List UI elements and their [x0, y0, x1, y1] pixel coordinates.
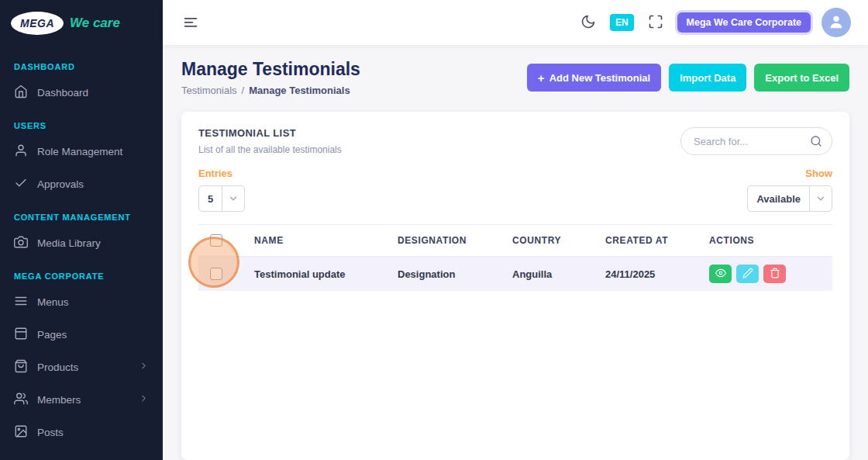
breadcrumb-current: Manage Testimonials	[249, 85, 350, 96]
card-header-left: TESTIMONIAL LIST List of all the availab…	[198, 127, 342, 155]
cell-actions	[701, 257, 832, 292]
plus-icon: +	[538, 71, 545, 85]
sidebar-item-pages[interactable]: Pages	[0, 318, 163, 351]
sidebar-item-role-management[interactable]: Role Management	[0, 135, 163, 168]
brand-logo[interactable]: MEGA We care	[0, 0, 163, 47]
export-to-excel-button[interactable]: Export to Excel	[754, 64, 849, 92]
camera-icon	[14, 235, 28, 251]
row-checkbox[interactable]	[210, 268, 222, 280]
fullscreen-icon	[648, 14, 663, 32]
topbar: EN Mega We Care Corporate	[163, 0, 868, 45]
delete-button[interactable]	[763, 265, 786, 283]
menu-toggle-button[interactable]	[180, 11, 202, 35]
select-all-header	[198, 225, 246, 257]
sidebar-item-label: Posts	[37, 427, 64, 438]
sidebar-item-menus[interactable]: Menus	[0, 285, 163, 318]
column-header-created-at: CREATED AT	[598, 225, 701, 257]
select-all-checkbox[interactable]	[210, 234, 222, 247]
table-filters: Entries 5 Show Available	[198, 168, 832, 212]
page-header: Manage Testimonials Testimonials / Manag…	[181, 59, 849, 96]
sidebar: MEGA We care DASHBOARD Dashboard USERS R…	[0, 0, 163, 460]
testimonial-list-card: TESTIMONIAL LIST List of all the availab…	[181, 112, 849, 460]
sidebar-item-label: Products	[37, 361, 78, 373]
nav-section-mega-corporate: MEGA CORPORATE	[0, 259, 163, 285]
column-header-country: COUNTRY	[505, 225, 598, 257]
entries-select[interactable]: 5	[198, 185, 245, 212]
language-badge[interactable]: EN	[610, 14, 634, 31]
logo-text: MEGA	[20, 17, 54, 29]
view-button[interactable]	[709, 265, 732, 283]
eye-icon	[715, 268, 726, 281]
breadcrumb: Testimonials / Manage Testimonials	[181, 85, 360, 96]
show-value: Available	[748, 193, 809, 205]
list-icon	[14, 294, 28, 310]
sidebar-item-approvals[interactable]: Approvals	[0, 168, 163, 200]
column-header-designation: DESIGNATION	[390, 225, 505, 257]
layout-icon	[14, 327, 28, 343]
user-icon	[14, 144, 28, 160]
show-filter: Show Available	[747, 168, 832, 212]
column-header-actions: ACTIONS	[701, 225, 832, 257]
sidebar-item-label: Members	[37, 394, 81, 406]
fullscreen-button[interactable]	[645, 11, 666, 35]
testimonials-table: NAME DESIGNATION COUNTRY CREATED AT ACTI…	[198, 224, 832, 291]
check-icon	[14, 176, 28, 192]
sidebar-item-media-library[interactable]: Media Library	[0, 227, 163, 259]
add-button-label: Add New Testimonial	[549, 72, 651, 84]
card-header: TESTIMONIAL LIST List of all the availab…	[198, 127, 832, 155]
mega-logo-oval: MEGA	[11, 12, 64, 35]
sidebar-item-label: Menus	[37, 296, 69, 308]
topbar-right: EN Mega We Care Corporate	[577, 8, 851, 37]
breadcrumb-separator: /	[242, 85, 245, 96]
sidebar-item-label: Media Library	[37, 237, 101, 249]
sidebar-item-members[interactable]: Members	[0, 383, 163, 416]
chevron-right-icon	[139, 361, 149, 373]
menu-icon	[183, 14, 198, 32]
avatar[interactable]	[822, 8, 851, 37]
cell-name: Testimonial update	[246, 257, 390, 292]
content: Manage Testimonials Testimonials / Manag…	[163, 45, 868, 460]
logo-tagline: We care	[70, 16, 120, 31]
home-icon	[14, 85, 28, 101]
chevron-down-icon	[222, 193, 244, 204]
sidebar-item-products[interactable]: Products	[0, 351, 163, 383]
import-data-button[interactable]: Import Data	[669, 64, 746, 92]
table-row: Testimonial update Designation Anguilla …	[198, 257, 832, 292]
user-avatar-icon	[828, 13, 845, 33]
sidebar-item-label: Approvals	[37, 178, 84, 190]
shopping-bag-icon	[14, 359, 28, 375]
page-title: Manage Testimonials	[181, 59, 360, 80]
pencil-icon	[742, 268, 753, 281]
card-title: TESTIMONIAL LIST	[198, 127, 342, 139]
users-icon	[14, 392, 28, 408]
org-selector-button[interactable]: Mega We Care Corporate	[677, 12, 811, 33]
entries-filter: Entries 5	[198, 168, 245, 212]
nav-section-users: USERS	[0, 109, 163, 135]
column-header-name: NAME	[246, 225, 390, 257]
image-icon	[14, 424, 28, 441]
table-header-row: NAME DESIGNATION COUNTRY CREATED AT ACTI…	[198, 225, 832, 257]
sidebar-item-label: Pages	[37, 329, 67, 341]
add-new-testimonial-button[interactable]: + Add New Testimonial	[527, 64, 661, 92]
breadcrumb-parent[interactable]: Testimonials	[181, 85, 237, 96]
sidebar-item-label: Role Management	[37, 146, 122, 157]
trash-icon	[770, 268, 780, 281]
search-box	[680, 127, 832, 155]
nav-section-dashboard: DASHBOARD	[0, 50, 163, 76]
entries-label: Entries	[198, 168, 245, 179]
page-header-left: Manage Testimonials Testimonials / Manag…	[181, 59, 360, 96]
chevron-right-icon	[139, 393, 149, 406]
dark-mode-button[interactable]	[577, 11, 599, 35]
main-area: EN Mega We Care Corporate Manage Testimo…	[163, 0, 868, 460]
sidebar-item-posts[interactable]: Posts	[0, 416, 163, 448]
cell-created-at: 24/11/2025	[598, 257, 701, 292]
sidebar-item-dashboard[interactable]: Dashboard	[0, 76, 163, 109]
app-window: MEGA We care DASHBOARD Dashboard USERS R…	[0, 0, 868, 460]
row-actions	[709, 265, 825, 283]
sidebar-nav: DASHBOARD Dashboard USERS Role Managemen…	[0, 47, 163, 460]
search-icon	[810, 135, 822, 150]
row-select-cell	[198, 257, 246, 292]
cell-designation: Designation	[390, 257, 505, 292]
edit-button[interactable]	[736, 265, 759, 283]
show-select[interactable]: Available	[747, 185, 832, 212]
